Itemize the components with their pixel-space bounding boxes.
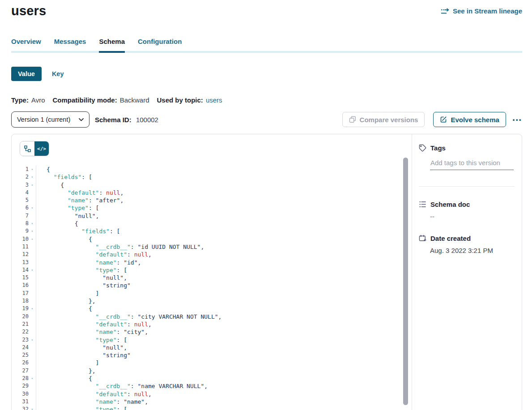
stream-lineage-link[interactable]: See in Stream lineage — [441, 7, 522, 15]
line-number: 30 — [12, 390, 29, 398]
code-text: "default": null, — [36, 320, 412, 328]
code-text: "default": null, — [36, 251, 412, 258]
fold-triangle-icon[interactable]: ▾ — [29, 220, 36, 227]
compare-versions-button[interactable]: Compare versions — [342, 112, 425, 127]
code-text: "__crdb__": "name VARCHAR NULL", — [36, 382, 412, 390]
fold-spacer — [29, 344, 36, 351]
line-number: 11 — [12, 243, 29, 251]
tab-overview[interactable]: Overview — [11, 38, 41, 51]
fold-triangle-icon[interactable]: ▾ — [29, 181, 36, 189]
fold-triangle-icon[interactable]: ▾ — [29, 375, 36, 382]
line-number: 20 — [12, 313, 29, 320]
line-number: 3 — [12, 181, 29, 189]
line-number: 18 — [12, 297, 29, 305]
line-number: 21 — [12, 320, 29, 328]
schema-panel: </> 1▾{2▾ "fields": [3▾ {4 "default": nu… — [11, 134, 522, 410]
evolve-schema-label: Evolve schema — [451, 116, 499, 124]
code-line: 1▾{ — [12, 166, 412, 173]
schema-sidebar: Tags Schema doc -- — [412, 134, 522, 410]
line-number: 32 — [12, 406, 29, 410]
schema-id-value: 100002 — [136, 116, 158, 124]
code-text: { — [36, 305, 412, 312]
code-line: 17 ] — [12, 290, 412, 297]
code-scrollbar[interactable] — [403, 158, 408, 405]
tag-icon — [419, 144, 426, 152]
fold-spacer — [29, 390, 36, 398]
type-value: Avro — [31, 96, 45, 104]
line-number: 25 — [12, 351, 29, 359]
fold-spacer — [29, 398, 36, 406]
key-toggle-button[interactable]: Key — [52, 70, 64, 77]
fold-triangle-icon[interactable]: ▾ — [29, 336, 36, 344]
fold-triangle-icon[interactable]: ▾ — [29, 305, 36, 312]
code-text: "fields": [ — [36, 227, 412, 235]
code-line: 12 "default": null, — [12, 251, 412, 258]
line-number: 7 — [12, 212, 29, 220]
code-text: "type": [ — [36, 336, 412, 344]
tags-heading-label: Tags — [430, 144, 446, 152]
value-toggle-button[interactable]: Value — [11, 67, 42, 81]
fold-triangle-icon[interactable]: ▾ — [29, 406, 36, 410]
fold-triangle-icon[interactable]: ▾ — [29, 227, 36, 235]
fold-triangle-icon[interactable]: ▾ — [29, 166, 36, 173]
fold-spacer — [29, 351, 36, 359]
fold-triangle-icon[interactable]: ▾ — [29, 235, 36, 243]
code-view-button[interactable]: </> — [34, 141, 49, 156]
version-select[interactable]: Version 1 (current) — [11, 111, 89, 128]
sidebar-divider — [419, 186, 515, 187]
fold-spacer — [29, 320, 36, 328]
line-number: 19 — [12, 305, 29, 312]
code-line: 19▾ { — [12, 305, 412, 312]
fold-triangle-icon[interactable]: ▾ — [29, 204, 36, 212]
fold-spacer — [29, 189, 36, 196]
date-created-heading: Date created — [419, 235, 515, 242]
fold-spacer — [29, 290, 36, 297]
fold-spacer — [29, 313, 36, 320]
code-text: "type": [ — [36, 204, 412, 212]
more-options-button[interactable]: ••• — [513, 116, 522, 123]
code-line: 30 "default": null, — [12, 390, 412, 398]
tree-view-button[interactable] — [20, 141, 34, 156]
date-created-value: Aug. 3 2022 3:21 PM — [430, 247, 515, 254]
code-line: 20 "__crdb__": "city VARCHAR NOT NULL", — [12, 313, 412, 320]
line-number: 13 — [12, 259, 29, 266]
code-line: 26 ] — [12, 359, 412, 367]
compatibility-value: Backward — [120, 96, 149, 104]
editor-mode-toggle: </> — [20, 141, 49, 156]
code-line: 22 "name": "city", — [12, 328, 412, 336]
code-text: { — [36, 220, 412, 227]
code-line: 8▾ { — [12, 220, 412, 227]
add-tags-input[interactable] — [430, 159, 514, 170]
schema-code-column: </> 1▾{2▾ "fields": [3▾ {4 "default": nu… — [12, 134, 412, 410]
date-created-heading-label: Date created — [430, 235, 471, 242]
code-line: 13 "name": "id", — [12, 259, 412, 266]
code-editor[interactable]: 1▾{2▾ "fields": [3▾ {4 "default": null,5… — [12, 156, 412, 410]
line-number: 24 — [12, 344, 29, 351]
line-number: 6 — [12, 204, 29, 212]
code-text: "__crdb__": "id UUID NOT NULL", — [36, 243, 412, 251]
tab-messages[interactable]: Messages — [54, 38, 86, 51]
line-number: 17 — [12, 290, 29, 297]
code-line: 24 "null", — [12, 344, 412, 351]
fold-triangle-icon[interactable]: ▾ — [29, 173, 36, 181]
code-line: 4 "default": null, — [12, 189, 412, 196]
type-label: Type: — [11, 96, 29, 104]
line-number: 22 — [12, 328, 29, 336]
code-line: 10▾ { — [12, 235, 412, 243]
tab-configuration[interactable]: Configuration — [138, 38, 182, 51]
line-number: 28 — [12, 375, 29, 382]
evolve-schema-button[interactable]: Evolve schema — [433, 112, 506, 127]
code-text: { — [36, 235, 412, 243]
topic-link[interactable]: users — [206, 96, 222, 104]
code-text: "string" — [36, 282, 412, 289]
edit-schema-icon — [440, 116, 447, 123]
fold-spacer — [29, 359, 36, 367]
fold-triangle-icon[interactable]: ▾ — [29, 266, 36, 274]
tab-schema[interactable]: Schema — [99, 38, 125, 51]
code-line: 25 "string" — [12, 351, 412, 359]
code-line: 23▾ "type": [ — [12, 336, 412, 344]
code-text: "default": null, — [36, 390, 412, 398]
code-line: 32▾ "type": [ — [12, 406, 412, 410]
fold-spacer — [29, 274, 36, 282]
line-number: 1 — [12, 166, 29, 173]
